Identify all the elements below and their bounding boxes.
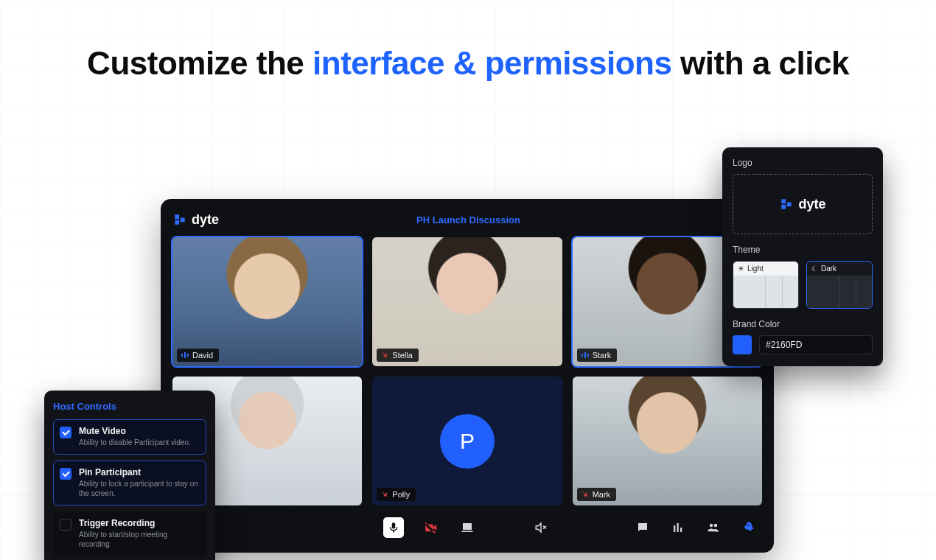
svg-rect-2 bbox=[187, 354, 189, 357]
participant-tile[interactable]: Stella bbox=[372, 237, 562, 366]
checkbox-icon[interactable] bbox=[60, 468, 71, 480]
speaker-off-button[interactable] bbox=[531, 517, 551, 538]
name-tag: Stella bbox=[377, 349, 419, 362]
name-tag: Polly bbox=[377, 488, 416, 501]
chat-button[interactable] bbox=[632, 517, 653, 538]
host-control-item[interactable]: Pin Participant Ability to lock a partic… bbox=[53, 461, 206, 505]
color-value-input[interactable]: #2160FD bbox=[759, 335, 873, 354]
participant-tile[interactable]: David bbox=[172, 237, 362, 366]
speaking-icon bbox=[581, 351, 589, 359]
mic-button[interactable] bbox=[383, 517, 404, 538]
brand-color-label: Brand Color bbox=[733, 319, 873, 329]
brand-logo: dyte bbox=[172, 212, 219, 228]
participant-tile[interactable]: Mark bbox=[573, 377, 762, 505]
name-tag: Stark bbox=[577, 349, 618, 362]
effects-button[interactable] bbox=[494, 517, 514, 538]
speaking-icon bbox=[181, 351, 189, 359]
control-title: Trigger Recording bbox=[79, 518, 200, 528]
sun-icon: ☀ bbox=[738, 265, 744, 273]
video-feed bbox=[372, 237, 562, 366]
theme-label: Light bbox=[747, 265, 764, 273]
theme-label: Dark bbox=[821, 265, 837, 273]
host-control-item[interactable]: Mute Video Ability to disable Participan… bbox=[53, 419, 206, 455]
headline-post: with a click bbox=[671, 45, 848, 81]
svg-rect-5 bbox=[587, 354, 589, 357]
svg-rect-4 bbox=[584, 352, 586, 358]
moon-icon: ☾ bbox=[811, 265, 818, 273]
svg-rect-1 bbox=[184, 352, 186, 358]
theme-option-dark[interactable]: ☾ Dark bbox=[806, 261, 873, 309]
color-swatch[interactable] bbox=[733, 335, 752, 354]
theme-section-label: Theme bbox=[733, 245, 873, 255]
video-grid: David Stella Stark ger P bbox=[172, 237, 762, 505]
plugins-button[interactable] bbox=[738, 517, 759, 538]
control-desc: Ability to disable Participant video. bbox=[79, 438, 191, 448]
svg-rect-3 bbox=[581, 354, 583, 357]
control-desc: Ability to lock a participant to stay on… bbox=[79, 479, 200, 499]
participant-name: Mark bbox=[593, 490, 610, 499]
participant-name: Stark bbox=[593, 351, 612, 360]
participants-button[interactable] bbox=[703, 517, 724, 538]
headline-accent: interface & permissions bbox=[312, 45, 671, 81]
host-control-item[interactable]: Trigger Recording Ability to start/stop … bbox=[53, 511, 206, 556]
host-controls-panel: Host Controls Mute Video Ability to disa… bbox=[44, 391, 215, 560]
share-screen-button[interactable] bbox=[457, 517, 478, 538]
host-controls-title: Host Controls bbox=[53, 401, 206, 412]
avatar-initial: P bbox=[440, 414, 495, 469]
camera-off-button[interactable] bbox=[420, 517, 441, 538]
muted-icon bbox=[581, 491, 589, 498]
customization-panel: Logo dyte Theme ☀ Light ☾ Dark Brand Col… bbox=[722, 147, 883, 366]
svg-rect-0 bbox=[181, 354, 183, 357]
theme-option-light[interactable]: ☀ Light bbox=[733, 261, 799, 309]
control-desc: Ability to start/stop meeting recording bbox=[79, 530, 200, 550]
headline-pre: Customize the bbox=[87, 45, 312, 81]
participant-name: Polly bbox=[392, 490, 410, 499]
video-feed bbox=[172, 237, 362, 366]
participant-name: Stella bbox=[392, 351, 413, 360]
logo-text: dyte bbox=[798, 197, 825, 212]
meeting-toolbar bbox=[172, 513, 762, 542]
brand-text: dyte bbox=[192, 212, 219, 228]
video-feed bbox=[573, 377, 762, 505]
muted-icon bbox=[381, 491, 388, 498]
name-tag: David bbox=[177, 349, 219, 362]
meeting-title: PH Launch Discussion bbox=[416, 214, 520, 225]
muted-icon bbox=[381, 351, 388, 359]
logo-dropzone[interactable]: dyte bbox=[733, 174, 873, 234]
participant-tile[interactable]: P Polly bbox=[372, 377, 562, 505]
control-title: Pin Participant bbox=[79, 467, 200, 477]
checkbox-icon[interactable] bbox=[60, 427, 71, 438]
control-title: Mute Video bbox=[79, 426, 191, 436]
meeting-window: dyte PH Launch Discussion David Stella S… bbox=[161, 199, 774, 553]
logo-preview: dyte bbox=[779, 197, 825, 212]
participant-name: David bbox=[192, 351, 213, 360]
checkbox-icon[interactable] bbox=[60, 519, 71, 531]
polls-button[interactable] bbox=[668, 517, 688, 538]
logo-section-label: Logo bbox=[733, 158, 873, 168]
page-headline: Customize the interface & permissions wi… bbox=[0, 0, 936, 83]
name-tag: Mark bbox=[577, 488, 616, 501]
